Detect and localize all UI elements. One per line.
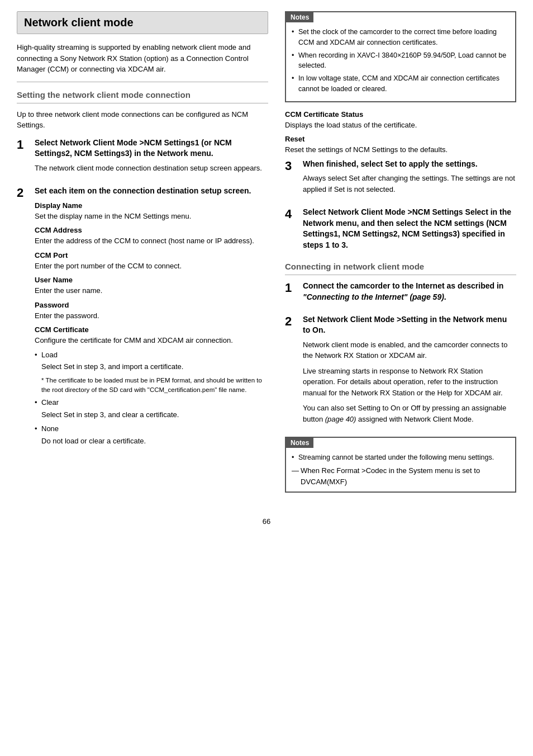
notes-header-top: Notes [286,12,313,22]
connecting-step-2-title: Set Network Client Mode >Setting in the … [303,314,516,336]
reset-desc: Reset the settings of NCM Settings to th… [285,144,516,155]
step-1-desc: The network client mode connection desti… [35,163,268,174]
note-3: In low voltage state, CCM and XDCAM air … [292,73,510,94]
page-title: Network client mode [24,16,261,29]
connecting-step-2-desc1: Network client mode is enabled, and the … [303,339,516,361]
section-title-box: Network client mode [17,11,268,34]
step-1: 1 Select Network Client Mode >NCM Settin… [17,138,268,178]
intro-text: High-quality streaming is supported by e… [17,42,268,82]
note-1: Set the clock of the camcorder to the co… [292,27,510,48]
notes-content-top: Set the clock of the camcorder to the co… [286,22,515,101]
notes-content-bottom: Streaming cannot be started under the fo… [286,448,515,492]
field-desc-ccm-cert: Configure the certificate for CMM and XD… [35,335,268,346]
step-4-number: 4 [285,207,296,254]
connecting-step-1-title: Connect the camcorder to the Internet as… [303,281,516,303]
ccm-cert-status-label: CCM Certificate Status [285,110,516,119]
field-label-user-name: User Name [35,276,268,284]
step-1-number: 1 [17,138,28,178]
setting-section-heading: Setting the network client mode connecti… [17,90,268,103]
field-label-ccm-cert: CCM Certificate [35,325,268,334]
step-3-desc1: Always select Set after changing the set… [303,173,516,195]
field-label-ccm-address: CCM Address [35,226,268,234]
cert-none-bullet: None [35,423,268,434]
step-1-title: Select Network Client Mode >NCM Settings… [35,138,268,159]
connecting-step-2-content: Set Network Client Mode >Setting in the … [303,314,516,429]
cert-none-desc: Do not load or clear a certificate. [35,436,268,447]
connecting-step-2-desc3: You can also set Setting to On or Off by… [303,403,516,424]
field-desc-user-name: Enter the user name. [35,285,268,296]
step-4-title: Select Network Client Mode >NCM Settings… [303,207,516,251]
cert-clear-desc: Select Set in step 3, and clear a certif… [35,409,268,420]
notes-box-top: Notes Set the clock of the camcorder to … [285,11,516,102]
step-3-content: When finished, select Set to apply the s… [303,159,516,200]
cert-load-bullet: Load [35,349,268,361]
connecting-step-1: 1 Connect the camcorder to the Internet … [285,281,516,306]
connecting-step-1-number: 1 [285,281,296,306]
step-2: 2 Set each item on the connection destin… [17,186,268,450]
field-label-ccm-port: CCM Port [35,251,268,259]
reset-label: Reset [285,135,516,143]
step-1-content: Select Network Client Mode >NCM Settings… [35,138,268,178]
note-2: When recording in XAVC-I 3840×2160P 59.9… [292,50,510,72]
cert-note: * The certificate to be loaded must be i… [35,376,268,395]
step-3: 3 When finished, select Set to apply the… [285,159,516,200]
connecting-step-2-desc2: Live streaming starts in response to Net… [303,366,516,399]
field-desc-display-name: Set the display name in the NCM Settings… [35,211,268,222]
field-desc-ccm-port: Enter the port number of the CCM to conn… [35,261,268,272]
connecting-step-1-title-link: "Connecting to the Internet" (page 59) [303,292,444,301]
field-label-display-name: Display Name [35,201,268,210]
right-column: Notes Set the clock of the camcorder to … [285,11,516,500]
connecting-step-2-number: 2 [285,314,296,429]
notes-box-bottom: Notes Streaming cannot be started under … [285,437,516,493]
connecting-step-1-content: Connect the camcorder to the Internet as… [303,281,516,306]
setting-section-description: Up to three network client mode connecti… [17,109,268,131]
step-2-content: Set each item on the connection destinat… [35,186,268,450]
cert-load-desc: Select Set in step 3, and import a certi… [35,361,268,372]
connecting-step-2-desc3-end: assigned with Network Client Mode. [356,415,473,423]
step-3-number: 3 [285,159,296,200]
step-4-content: Select Network Client Mode >NCM Settings… [303,207,516,254]
notes-header-bottom: Notes [286,438,313,448]
notes-bottom-intro: Streaming cannot be started under the fo… [292,452,510,463]
notes-bottom-dash-1: When Rec Format >Codec in the System men… [292,465,510,487]
connecting-step-1-title-end: . [444,292,446,301]
field-desc-ccm-address: Enter the address of the CCM to connect … [35,235,268,247]
connecting-step-2: 2 Set Network Client Mode >Setting in th… [285,314,516,429]
left-column: Network client mode High-quality streami… [17,11,268,500]
connecting-section-heading: Connecting in network client mode [285,262,516,275]
field-label-password: Password [35,301,268,309]
step-3-title: When finished, select Set to apply the s… [303,159,516,170]
ccm-cert-status-desc: Displays the load status of the certific… [285,120,516,131]
field-desc-password: Enter the password. [35,310,268,322]
page-number: 66 [17,517,516,526]
step-4: 4 Select Network Client Mode >NCM Settin… [285,207,516,254]
connecting-step-1-title-start: Connect the camcorder to the Internet as… [303,281,503,290]
step-2-title: Set each item on the connection destinat… [35,186,268,197]
connecting-step-2-desc3-link: (page 40) [325,415,356,423]
cert-clear-bullet: Clear [35,397,268,408]
step-2-number: 2 [17,186,28,450]
